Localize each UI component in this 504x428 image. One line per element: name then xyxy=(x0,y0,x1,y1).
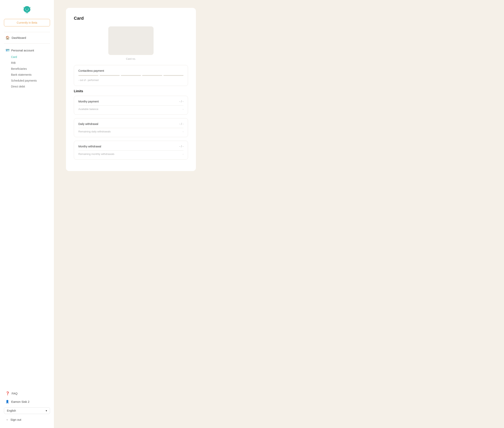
daily-withdrawal-value: - / - xyxy=(179,122,184,125)
home-icon: 🏠 xyxy=(6,36,10,40)
remaining-daily-row: Remaining daily withdrawals - xyxy=(78,130,184,133)
personal-account-section: 🪪 Personal account Card RIB Beneficiarie… xyxy=(4,47,50,90)
sidebar-item-rib[interactable]: RIB xyxy=(9,60,50,66)
sidebar-item-dashboard[interactable]: 🏠 Dashboard xyxy=(4,34,50,42)
language-select[interactable]: English ▾ xyxy=(4,407,50,414)
sign-out-item[interactable]: → Sign out xyxy=(4,416,50,423)
daily-withdrawal-label: Daily withdrawal xyxy=(78,122,98,125)
available-balance-row: Available balance - xyxy=(78,107,184,111)
progress-seg-2 xyxy=(100,75,120,76)
available-balance-label: Available balance xyxy=(78,107,98,111)
chevron-down-icon: ▾ xyxy=(46,409,47,412)
sign-out-label: Sign out xyxy=(10,418,21,421)
available-balance-value: - xyxy=(183,107,184,111)
progress-seg-4 xyxy=(142,75,162,76)
page-title: Card xyxy=(74,16,188,21)
sidebar-item-beneficiaries[interactable]: Beneficiaries xyxy=(9,66,50,72)
remaining-daily-label: Remaining daily withdrawals xyxy=(78,130,111,133)
card-number-label: Card no. xyxy=(74,57,188,60)
svg-point-0 xyxy=(25,9,26,9)
monthly-payment-label: Monthy payment xyxy=(78,100,99,103)
monthly-withdrawal-value: - / - xyxy=(179,145,184,148)
limit-monthly-payment-header: Monthy payment - / - xyxy=(78,100,184,103)
card-visual xyxy=(108,26,153,55)
limit-divider-2 xyxy=(78,128,184,128)
sub-nav-items: Card RIB Beneficiaries Bank statements S… xyxy=(4,54,50,90)
main-content: Card Card no. Contactless payment - out … xyxy=(54,0,504,428)
page-card: Card Card no. Contactless payment - out … xyxy=(66,8,196,171)
remaining-monthly-label: Remaining monthly withdrawals xyxy=(78,153,114,156)
limit-daily-withdrawal-header: Daily withdrawal - / - xyxy=(78,122,184,125)
sidebar-item-card[interactable]: Card xyxy=(9,54,50,60)
contactless-payment-box: Contactless payment - out of - performed xyxy=(74,65,188,86)
contactless-sub-label: - out of - performed xyxy=(78,79,99,82)
faq-label: FAQ xyxy=(12,392,17,395)
sidebar-item-user[interactable]: 👤 Eamon Sisk 2 xyxy=(4,398,50,405)
account-icon: 🪪 xyxy=(6,48,10,52)
logo-icon xyxy=(22,5,32,15)
sidebar-bottom: ❓ FAQ 👤 Eamon Sisk 2 English ▾ → Sign ou… xyxy=(4,389,50,423)
remaining-daily-value: - xyxy=(183,130,184,133)
language-label: English xyxy=(7,409,16,412)
limit-monthly-withdrawal-header: Monthy withdrawal - / - xyxy=(78,145,184,148)
remaining-monthly-value: - xyxy=(183,153,184,156)
sidebar-item-faq[interactable]: ❓ FAQ xyxy=(4,389,50,397)
limit-daily-withdrawal: Daily withdrawal - / - Remaining daily w… xyxy=(74,118,188,137)
sidebar: Currently in Beta 🏠 Dashboard 🪪 Personal… xyxy=(0,0,54,428)
limit-monthly-withdrawal: Monthy withdrawal - / - Remaining monthl… xyxy=(74,141,188,160)
sidebar-item-direct-debit[interactable]: Direct debit xyxy=(9,83,50,90)
personal-account-header: 🪪 Personal account xyxy=(4,47,50,54)
user-icon: 👤 xyxy=(6,400,9,403)
monthly-withdrawal-label: Monthy withdrawal xyxy=(78,145,101,148)
sidebar-item-scheduled-payments[interactable]: Scheduled payments xyxy=(9,78,50,83)
user-label: Eamon Sisk 2 xyxy=(11,400,30,403)
card-visual-container xyxy=(74,26,188,55)
remaining-monthly-row: Remaining monthly withdrawals - xyxy=(78,153,184,156)
svg-point-1 xyxy=(28,9,29,9)
progress-seg-5 xyxy=(163,75,184,76)
monthly-payment-value: - / - xyxy=(179,100,184,103)
sidebar-dashboard-label: Dashboard xyxy=(12,36,26,39)
sign-out-icon: → xyxy=(6,418,8,421)
faq-icon: ❓ xyxy=(6,391,10,395)
beta-button[interactable]: Currently in Beta xyxy=(4,19,50,26)
personal-account-label: Personal account xyxy=(11,49,34,52)
limits-title: Limits xyxy=(74,90,188,93)
sidebar-item-bank-statements[interactable]: Bank statements xyxy=(9,72,50,78)
progress-seg-1 xyxy=(78,75,98,76)
contactless-title: Contactless payment xyxy=(78,69,184,72)
logo-container xyxy=(4,5,50,15)
progress-seg-3 xyxy=(121,75,141,76)
limit-monthly-payment: Monthy payment - / - Available balance - xyxy=(74,96,188,115)
progress-bars xyxy=(78,75,184,76)
